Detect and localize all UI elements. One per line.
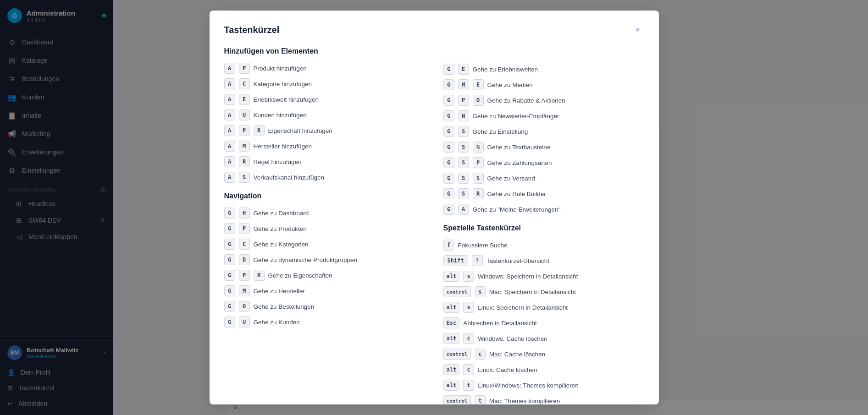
key-c: c [475, 349, 486, 360]
key-g: G [224, 223, 235, 234]
key-e: E [239, 94, 250, 105]
shortcut-fokus: f Fokussiere Suche [443, 240, 644, 251]
key-s: s [463, 271, 474, 282]
key-alt: alt [443, 364, 460, 375]
key-s: S [458, 173, 469, 184]
modal-overlay[interactable]: Tastenkürzel × Hinzufügen von Elementen … [0, 0, 868, 415]
key-g: G [224, 285, 235, 296]
label-win-cache: Windows: Cache löschen [478, 335, 644, 342]
key-o: O [473, 95, 484, 106]
key-a: A [458, 204, 469, 215]
key-p: P [473, 157, 484, 168]
key-g: G [224, 208, 235, 218]
label-mac-cache: Mac: Cache löschen [489, 351, 644, 358]
key-n: N [473, 142, 484, 153]
shortcut-mac-save: control s Mac: Speichern in Detailansich… [443, 286, 644, 297]
key-s: S [458, 142, 469, 153]
label-esc: Abbrechen in Detailansicht [463, 320, 644, 327]
shortcut-rabatte: G P O Gehe zu Rabatte & Aktionen [443, 95, 644, 106]
shortcut-linux-cache: alt c Linux: Cache löschen [443, 364, 644, 375]
modal-body: Hinzufügen von Elementen A P Produkt hin… [224, 47, 644, 404]
key-s: s [463, 302, 474, 313]
key-g: G [224, 317, 235, 328]
key-r: R [254, 270, 265, 281]
shortcut-kategorie: A C Kategorie hinzufügen [224, 78, 425, 89]
label-linux-themes: Linux/Windows: Themes kompilieren [478, 382, 644, 389]
shortcut-meine-erweiterungen: G A Gehe zu "Meine Erweiterungen" [443, 204, 644, 215]
key-p: P [458, 95, 469, 106]
key-a: A [224, 109, 235, 120]
label-linux-save: Linux: Speichern in Detailansicht [478, 304, 644, 311]
shortcut-linux-themes: alt t Linux/Windows: Themes kompilieren [443, 380, 644, 391]
tastenkuerzel-modal: Tastenkürzel × Hinzufügen von Elementen … [210, 11, 659, 404]
key-c: c [463, 364, 474, 375]
shortcut-medien: G M E Gehe zu Medien [443, 79, 644, 90]
key-u: U [239, 317, 250, 328]
label-nav-eigenschaften: Gehe zu Eigenschaften [268, 272, 425, 279]
label-regel: Regel hinzufügen [254, 158, 425, 165]
label-mac-themes: Mac: Themes kompilieren [489, 398, 644, 404]
label-fokus: Fokussiere Suche [458, 242, 644, 249]
shortcut-win-save: alt s Windows: Speichern in Detailansich… [443, 271, 644, 282]
label-newsletter: Gehe zu Newsletter-Empfänger [473, 113, 644, 120]
col-right: G E Gehe zu Erlebniswelten G M E Gehe zu… [443, 47, 644, 404]
key-control: control [443, 349, 471, 360]
label-produkt: Produkt hinzufügen [254, 65, 425, 72]
close-button[interactable]: × [631, 23, 644, 36]
shortcut-nav-produkte: G P Gehe zu Produkten [224, 223, 425, 234]
navigation-section: Navigation G H Gehe zu Dashboard G P Geh… [224, 192, 425, 328]
label-eigenschaft: Eigenschaft hinzufügen [268, 127, 425, 134]
label-medien: Gehe zu Medien [487, 82, 644, 88]
navigation-title: Navigation [224, 192, 425, 200]
key-g: G [443, 110, 454, 121]
key-shift: Shift [443, 255, 468, 266]
shortcut-linux-save: alt s Linux: Speichern in Detailansicht [443, 302, 644, 313]
key-a: A [224, 141, 235, 152]
key-c: c [463, 333, 474, 344]
key-e: E [473, 79, 484, 90]
label-textbausteine: Gehe zu Textbausteine [487, 144, 644, 151]
label-nav-dashboard: Gehe zu Dashboard [254, 210, 425, 217]
modal-header: Tastenkürzel × [224, 23, 644, 36]
key-o: O [239, 301, 250, 312]
label-erlebniswelten: Gehe zu Erlebniswelten [473, 66, 644, 73]
key-g: G [443, 173, 454, 184]
key-p: P [239, 223, 250, 234]
shortcut-verkaufskanal: A S Verkaufskanal hinzufügen [224, 172, 425, 183]
shortcut-erlebniswelten: G E Gehe zu Erlebniswelten [443, 64, 644, 75]
label-kunden: Kunden hinzufügen [254, 112, 425, 119]
shortcut-win-cache: alt c Windows: Cache löschen [443, 333, 644, 344]
key-g: G [224, 239, 235, 250]
key-p: P [239, 270, 250, 281]
special-section: Spezielle Tastenkürzel f Fokussiere Such… [443, 224, 644, 404]
key-t: t [463, 380, 474, 391]
shortcut-zahlungsarten: G S P Gehe zu Zahlungsarten [443, 157, 644, 168]
key-p: P [239, 63, 250, 74]
label-uebersicht: Tastenkürzel-Übersicht [487, 257, 644, 264]
shortcut-textbausteine: G S N Gehe zu Textbausteine [443, 142, 644, 153]
key-n: N [458, 110, 469, 121]
key-g: G [224, 254, 235, 265]
shortcut-nav-dynprod: G D Gehe zu dynamische Produktgruppen [224, 254, 425, 265]
label-linux-cache: Linux: Cache löschen [478, 366, 644, 373]
label-verkaufskanal: Verkaufskanal hinzufügen [254, 174, 425, 181]
label-rabatte: Gehe zu Rabatte & Aktionen [487, 97, 644, 104]
shortcut-eigenschaft: A P R Eigenschaft hinzufügen [224, 125, 425, 136]
shortcut-esc: Esc Abbrechen in Detailansicht [443, 317, 644, 328]
label-einstellung: Gehe zu Einstellung [473, 128, 644, 135]
key-g: G [443, 95, 454, 106]
key-alt: alt [443, 333, 460, 344]
label-nav-kunden: Gehe zu Kunden [254, 319, 425, 326]
shortcut-nav-kunden: G U Gehe zu Kunden [224, 317, 425, 328]
label-nav-hersteller: Gehe zu Hersteller [254, 288, 425, 295]
label-nav-kategorien: Gehe zu Kategorien [254, 241, 425, 248]
key-e: E [458, 64, 469, 75]
add-elements-section: Hinzufügen von Elementen A P Produkt hin… [224, 47, 425, 183]
shortcut-nav-kategorien: G C Gehe zu Kategorien [224, 239, 425, 250]
label-nav-dynprod: Gehe zu dynamische Produktgruppen [254, 257, 425, 263]
shortcut-versand: G S S Gehe zu Versand [443, 173, 644, 184]
key-a: A [224, 156, 235, 167]
key-c: C [239, 78, 250, 89]
key-g: G [443, 204, 454, 215]
key-g: G [443, 188, 454, 199]
